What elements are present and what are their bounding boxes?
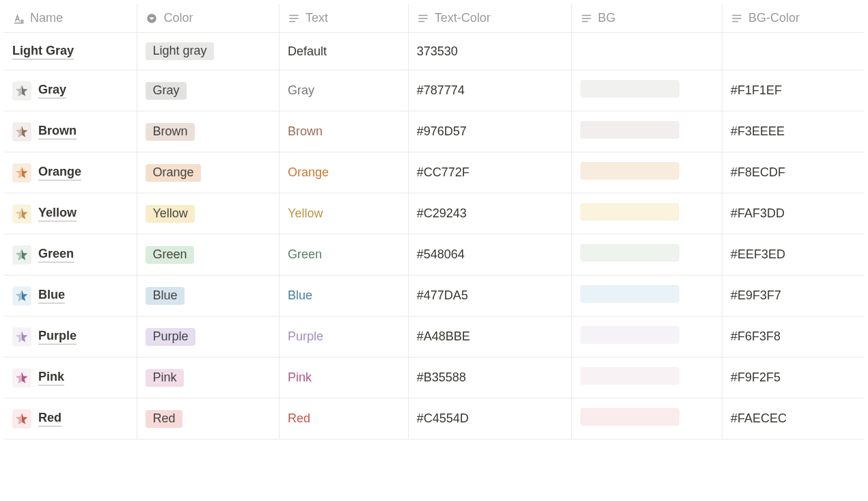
table-row[interactable]: GreenGreenGreen#548064#EEF3ED xyxy=(4,234,864,275)
bg-color-hex: #EEF3ED xyxy=(731,247,785,261)
cell-color[interactable]: Red xyxy=(137,398,280,439)
cell-text-color[interactable]: #C4554D xyxy=(408,398,571,439)
col-header-text[interactable]: Text xyxy=(280,4,409,33)
text-color-hex: #C4554D xyxy=(417,411,469,425)
cell-text-color[interactable]: #787774 xyxy=(408,70,571,111)
table-row[interactable]: GrayGrayGray#787774#F1F1EF xyxy=(4,70,864,111)
cell-name[interactable]: Pink xyxy=(4,357,137,398)
cell-name[interactable]: Brown xyxy=(4,111,137,152)
cell-text[interactable]: Purple xyxy=(280,316,409,357)
cell-bg-color[interactable]: #E9F3F7 xyxy=(722,275,864,316)
col-header-bg[interactable]: BG xyxy=(571,4,722,33)
text-color-hex: #C29243 xyxy=(417,206,467,220)
table-row[interactable]: PurplePurplePurple#A48BBE#F6F3F8 xyxy=(4,316,864,357)
cell-bg[interactable] xyxy=(571,316,722,357)
cell-text[interactable]: Blue xyxy=(280,275,409,316)
table-row[interactable]: BrownBrownBrown#976D57#F3EEEE xyxy=(4,111,864,152)
cell-bg-color[interactable]: #FAECEC xyxy=(722,398,864,439)
bg-swatch xyxy=(580,367,679,385)
cell-name[interactable]: Yellow xyxy=(4,193,137,234)
text-sample: Red xyxy=(288,411,310,425)
cell-bg[interactable] xyxy=(571,70,722,111)
cell-text[interactable]: Green xyxy=(280,234,409,275)
bg-swatch xyxy=(580,203,679,221)
table-row[interactable]: RedRedRed#C4554D#FAECEC xyxy=(4,398,864,439)
col-header-text-color[interactable]: Text-Color xyxy=(408,4,571,33)
cell-color[interactable]: Blue xyxy=(137,275,280,316)
col-header-text-color-label: Text-Color xyxy=(435,11,491,25)
table-row[interactable]: OrangeOrangeOrange#CC772F#F8ECDF xyxy=(4,152,864,193)
cell-bg-color[interactable]: #F9F2F5 xyxy=(722,357,864,398)
col-header-color-label: Color xyxy=(163,11,193,25)
table-row[interactable]: BlueBlueBlue#477DA5#E9F3F7 xyxy=(4,275,864,316)
bg-color-hex: #F8ECDF xyxy=(731,165,785,179)
cell-bg[interactable] xyxy=(571,275,722,316)
col-header-name[interactable]: Name xyxy=(4,4,137,33)
cell-color[interactable]: Yellow xyxy=(137,193,280,234)
table-row[interactable]: YellowYellowYellow#C29243#FAF3DD xyxy=(4,193,864,234)
table-row[interactable]: Light GrayLight grayDefault373530 xyxy=(4,33,864,70)
cell-text-color[interactable]: #CC772F xyxy=(408,152,571,193)
cell-text[interactable]: Brown xyxy=(280,111,409,152)
cell-text-color[interactable]: #976D57 xyxy=(408,111,571,152)
cell-bg[interactable] xyxy=(571,111,722,152)
star-icon xyxy=(12,409,31,429)
cell-name[interactable]: Blue xyxy=(4,275,137,316)
cell-name[interactable]: Orange xyxy=(4,152,137,193)
cell-text-color[interactable]: #B35588 xyxy=(408,357,571,398)
cell-color[interactable]: Brown xyxy=(137,111,280,152)
cell-bg-color[interactable]: #F6F3F8 xyxy=(722,316,864,357)
cell-color[interactable]: Pink xyxy=(137,357,280,398)
col-header-text-label: Text xyxy=(306,11,328,25)
cell-bg-color[interactable]: #F1F1EF xyxy=(722,70,864,111)
color-tag: Light gray xyxy=(146,42,213,60)
cell-color[interactable]: Green xyxy=(137,234,280,275)
cell-text[interactable]: Pink xyxy=(280,357,409,398)
bg-color-hex: #F1F1EF xyxy=(731,83,782,97)
col-header-color[interactable]: Color xyxy=(137,4,280,33)
row-name: Orange xyxy=(38,165,81,180)
cell-text-color[interactable]: #477DA5 xyxy=(408,275,571,316)
cell-bg[interactable] xyxy=(571,152,722,193)
cell-name[interactable]: Red xyxy=(4,398,137,439)
cell-name[interactable]: Green xyxy=(4,234,137,275)
cell-text[interactable]: Red xyxy=(280,398,409,439)
cell-text-color[interactable]: #C29243 xyxy=(408,193,571,234)
text-sample: Blue xyxy=(288,288,312,302)
table-row[interactable]: PinkPinkPink#B35588#F9F2F5 xyxy=(4,357,864,398)
star-icon xyxy=(12,81,31,100)
text-color-hex: #CC772F xyxy=(417,165,470,179)
text-sample: Green xyxy=(288,247,322,261)
cell-name[interactable]: Light Gray xyxy=(4,33,137,70)
color-tag: Purple xyxy=(146,328,195,346)
cell-bg-color[interactable]: #FAF3DD xyxy=(722,193,864,234)
cell-text[interactable]: Default xyxy=(280,33,409,70)
cell-color[interactable]: Orange xyxy=(137,152,280,193)
bg-color-hex: #FAF3DD xyxy=(731,206,785,220)
cell-bg[interactable] xyxy=(571,357,722,398)
text-sample: Default xyxy=(288,44,327,58)
cell-text[interactable]: Gray xyxy=(280,70,409,111)
cell-bg[interactable] xyxy=(571,234,722,275)
cell-name[interactable]: Purple xyxy=(4,316,137,357)
cell-text-color[interactable]: 373530 xyxy=(408,33,571,70)
cell-bg[interactable] xyxy=(571,193,722,234)
cell-bg[interactable] xyxy=(571,398,722,439)
cell-bg-color[interactable]: #F3EEEE xyxy=(722,111,864,152)
cell-text[interactable]: Yellow xyxy=(280,193,409,234)
bg-color-hex: #FAECEC xyxy=(731,411,787,425)
cell-text[interactable]: Orange xyxy=(280,152,409,193)
cell-bg-color[interactable]: #EEF3ED xyxy=(722,234,864,275)
cell-bg-color[interactable] xyxy=(722,33,864,70)
cell-color[interactable]: Purple xyxy=(137,316,280,357)
cell-text-color[interactable]: #A48BBE xyxy=(408,316,571,357)
cell-bg-color[interactable]: #F8ECDF xyxy=(722,152,864,193)
col-header-bg-color[interactable]: BG-Color xyxy=(722,4,864,33)
cell-color[interactable]: Gray xyxy=(137,70,280,111)
cell-name[interactable]: Gray xyxy=(4,70,137,111)
cell-text-color[interactable]: #548064 xyxy=(408,234,571,275)
cell-color[interactable]: Light gray xyxy=(137,33,280,70)
star-icon xyxy=(12,204,31,224)
cell-bg[interactable] xyxy=(571,33,722,70)
text-sample: Orange xyxy=(288,165,329,179)
